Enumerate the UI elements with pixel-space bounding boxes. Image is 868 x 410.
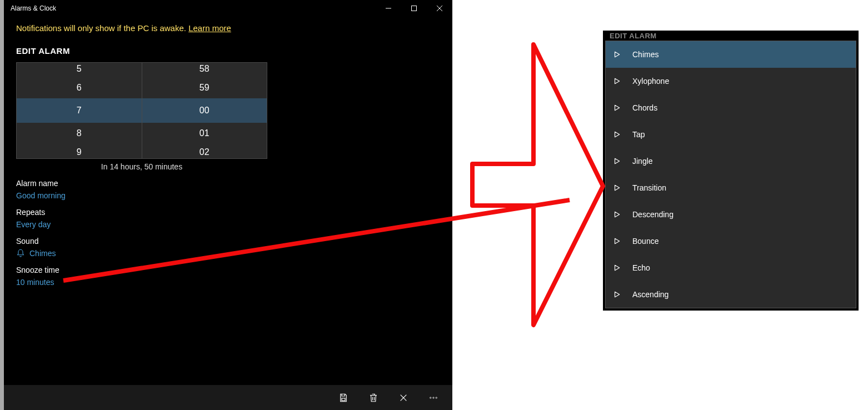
titlebar: Alarms & Clock	[4, 0, 452, 17]
svg-point-9	[436, 397, 437, 398]
sound-option[interactable]: Chimes	[606, 41, 856, 68]
sound-dropdown-panel: EDIT ALARM ChimesXylophoneChordsTapJingl…	[603, 31, 859, 311]
hour-row[interactable]: 5	[17, 63, 142, 77]
minute-row[interactable]: 00	[142, 98, 267, 123]
sound-option-label: Tap	[632, 130, 645, 139]
sound-option[interactable]: Echo	[606, 254, 856, 281]
svg-rect-1	[412, 6, 417, 11]
sound-option[interactable]: Jingle	[606, 148, 856, 174]
minute-row[interactable]: 59	[142, 77, 267, 98]
save-button[interactable]	[330, 387, 357, 409]
sound-option-label: Echo	[632, 263, 650, 272]
sound-option[interactable]: Ascending	[606, 281, 856, 308]
play-icon[interactable]	[612, 77, 621, 86]
bell-icon	[16, 249, 25, 258]
alarms-clock-window: Alarms & Clock Notifications will only s…	[4, 0, 452, 410]
alarm-name-value[interactable]: Good morning	[16, 191, 440, 200]
play-icon[interactable]	[612, 210, 621, 219]
sound-option-label: Jingle	[632, 157, 653, 166]
hour-row[interactable]: 6	[17, 77, 142, 98]
svg-point-7	[430, 397, 431, 398]
hour-row[interactable]: 9	[17, 144, 142, 158]
sound-option-label: Descending	[632, 210, 674, 219]
play-icon[interactable]	[612, 130, 621, 139]
alarm-name-label: Alarm name	[16, 179, 440, 188]
delete-button[interactable]	[360, 387, 387, 409]
minute-row[interactable]: 01	[142, 123, 267, 144]
sound-popup-heading: EDIT ALARM	[605, 33, 856, 41]
snooze-label: Snooze time	[16, 266, 440, 274]
sound-option[interactable]: Bounce	[606, 228, 856, 254]
play-icon[interactable]	[612, 103, 621, 112]
play-icon[interactable]	[612, 237, 621, 246]
sound-option-label: Chimes	[632, 50, 659, 59]
minute-picker-column[interactable]: 5859000102	[142, 63, 267, 158]
command-bar	[4, 385, 452, 410]
sound-option-label: Xylophone	[632, 77, 669, 86]
play-icon[interactable]	[612, 263, 621, 272]
play-icon[interactable]	[612, 290, 621, 299]
time-picker[interactable]: 56789 5859000102	[16, 62, 267, 159]
minute-row[interactable]: 58	[142, 63, 267, 77]
sound-option[interactable]: Transition	[606, 174, 856, 201]
maximize-button[interactable]	[401, 0, 427, 17]
close-button[interactable]	[427, 0, 452, 17]
sound-option-label: Ascending	[632, 290, 669, 299]
svg-point-8	[433, 397, 434, 398]
notification-text: Notifications will only show if the PC i…	[16, 23, 188, 33]
minute-row[interactable]: 02	[142, 144, 267, 158]
hour-row[interactable]: 8	[17, 123, 142, 144]
more-button[interactable]	[420, 387, 447, 409]
sound-option[interactable]: Xylophone	[606, 68, 856, 94]
repeats-value[interactable]: Every day	[16, 220, 440, 229]
play-icon[interactable]	[612, 50, 621, 59]
hour-row[interactable]: 7	[17, 98, 142, 123]
notification-banner: Notifications will only show if the PC i…	[4, 17, 452, 36]
sound-option-list: ChimesXylophoneChordsTapJingleTransition…	[605, 41, 856, 308]
svg-rect-4	[342, 398, 345, 401]
cancel-button[interactable]	[390, 387, 417, 409]
sound-value: Chimes	[29, 249, 56, 258]
sound-option-label: Bounce	[632, 237, 659, 246]
sound-selector[interactable]: Chimes	[16, 249, 440, 258]
sound-label: Sound	[16, 237, 440, 246]
window-title: Alarms & Clock	[11, 4, 56, 12]
edit-alarm-heading: EDIT ALARM	[4, 36, 452, 60]
sound-option[interactable]: Tap	[606, 121, 856, 148]
left-window-edge	[0, 0, 4, 410]
play-icon[interactable]	[612, 157, 621, 166]
sound-option[interactable]: Descending	[606, 201, 856, 228]
snooze-value[interactable]: 10 minutes	[16, 278, 440, 287]
repeats-label: Repeats	[16, 208, 440, 217]
learn-more-link[interactable]: Learn more	[188, 23, 231, 33]
minimize-button[interactable]	[376, 0, 401, 17]
time-until-hint: In 14 hours, 50 minutes	[16, 162, 267, 171]
sound-option-label: Transition	[632, 183, 666, 192]
play-icon[interactable]	[612, 183, 621, 192]
hour-picker-column[interactable]: 56789	[17, 63, 142, 158]
sound-option-label: Chords	[632, 103, 657, 112]
sound-option[interactable]: Chords	[606, 94, 856, 121]
